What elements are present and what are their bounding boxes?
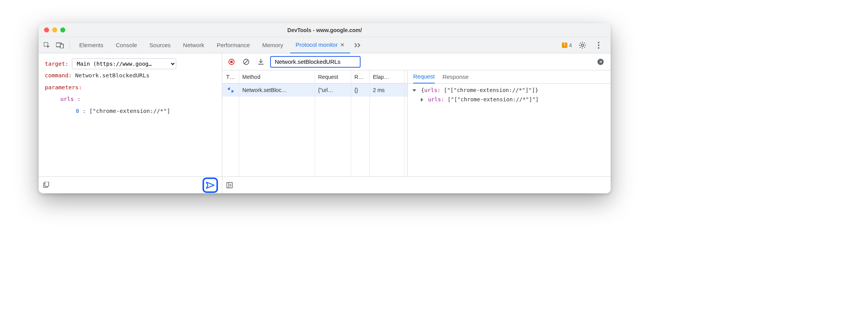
tab-console[interactable]: Console <box>111 37 143 53</box>
svg-rect-10 <box>230 61 233 63</box>
command-label: command: <box>45 72 72 78</box>
warning-count: 4 <box>569 42 572 48</box>
device-toolbar-icon[interactable] <box>54 39 66 51</box>
tab-elements[interactable]: Elements <box>74 37 109 53</box>
expand-right-icon[interactable] <box>421 98 423 102</box>
svg-rect-8 <box>45 182 49 186</box>
window-title: DevTools - www.google.com/ <box>39 27 611 33</box>
detail-body: {urls: ["["chrome-extension://*"]"]} url… <box>408 84 611 176</box>
monitor-panel: ✕ T… Method Request R… Elap… <box>222 53 611 193</box>
tab-performance[interactable]: Performance <box>211 37 255 53</box>
grid-body: Network.setBloc… {"url… {} 2 ms <box>222 84 407 176</box>
svg-rect-2 <box>60 44 63 48</box>
detail-val-2: ["["chrome-extension://*"]"] <box>448 96 539 102</box>
col-type[interactable]: T… <box>222 70 239 83</box>
svg-point-4 <box>598 42 599 43</box>
tab-network[interactable]: Network <box>178 37 210 53</box>
detail-tab-response[interactable]: Response <box>443 70 469 84</box>
table-row[interactable]: Network.setBloc… {"url… {} 2 ms <box>222 84 407 97</box>
param-value[interactable]: ["chrome-extension://*"] <box>89 108 170 114</box>
warning-badge[interactable]: 4 <box>562 42 572 48</box>
svg-point-5 <box>598 44 599 46</box>
param-key-urls: urls : <box>60 96 80 102</box>
target-label: target: <box>45 61 68 67</box>
clear-icon[interactable] <box>241 56 252 67</box>
monitor-body: T… Method Request R… Elap… Network.setBl… <box>222 70 611 176</box>
close-window-button[interactable] <box>44 27 49 32</box>
download-icon[interactable] <box>255 56 266 67</box>
warning-icon <box>562 43 567 48</box>
minimize-window-button[interactable] <box>52 27 57 32</box>
clear-filter-icon[interactable]: ✕ <box>597 59 604 65</box>
row-type-icon <box>222 84 239 97</box>
param-index: 0 : <box>76 108 86 114</box>
tab-protocol-monitor-label: Protocol monitor <box>296 41 338 48</box>
svg-point-6 <box>598 47 599 49</box>
col-elapsed[interactable]: Elap… <box>370 70 405 83</box>
monitor-footer <box>222 176 611 193</box>
filter-input-wrap: ✕ <box>270 56 607 68</box>
parameters-label: parameters: <box>45 84 82 90</box>
svg-line-12 <box>244 60 248 64</box>
detail-tab-request[interactable]: Request <box>413 70 435 84</box>
send-button[interactable] <box>203 177 218 193</box>
row-response: {} <box>351 84 370 97</box>
divider <box>70 41 70 49</box>
maximize-window-button[interactable] <box>60 27 65 32</box>
row-elapsed: 2 ms <box>370 84 405 97</box>
record-icon[interactable] <box>226 56 237 67</box>
main-body: target: Main (https://www.goog… command:… <box>39 53 611 193</box>
col-request[interactable]: Request <box>315 70 351 83</box>
col-method[interactable]: Method <box>239 70 315 83</box>
traffic-lights <box>39 27 65 32</box>
expand-down-icon[interactable] <box>412 89 416 92</box>
grid-header: T… Method Request R… Elap… <box>222 70 407 84</box>
close-tab-icon[interactable]: ✕ <box>340 42 345 48</box>
col-response[interactable]: R… <box>351 70 370 83</box>
devtools-window: DevTools - www.google.com/ Elements Cons… <box>39 23 611 193</box>
row-request: {"url… <box>315 84 351 97</box>
devtools-tabbar: Elements Console Sources Network Perform… <box>39 37 611 53</box>
grid-vlines <box>222 84 407 176</box>
target-select[interactable]: Main (https://www.goog… <box>72 58 176 69</box>
detail-pane: Request Response {urls: ["["chrome-exten… <box>408 70 611 176</box>
row-method: Network.setBloc… <box>239 84 315 97</box>
detail-tabs: Request Response <box>408 70 611 84</box>
inspect-element-icon[interactable] <box>41 39 53 51</box>
kebab-menu-icon[interactable] <box>593 39 604 51</box>
editor-footer <box>39 176 222 193</box>
detail-key-urls: urls: <box>424 87 441 93</box>
window-titlebar: DevTools - www.google.com/ <box>39 23 611 37</box>
more-tabs-icon[interactable] <box>352 39 363 51</box>
command-value[interactable]: Network.setBlockedURLs <box>75 72 150 78</box>
tab-sources[interactable]: Sources <box>144 37 176 53</box>
messages-grid: T… Method Request R… Elap… Network.setBl… <box>222 70 408 176</box>
filter-input[interactable] <box>270 56 361 68</box>
settings-icon[interactable] <box>577 39 588 51</box>
detail-key-urls-2: urls: <box>428 96 444 102</box>
tab-memory[interactable]: Memory <box>257 37 289 53</box>
detail-val-1: ["["chrome-extension://*"]"] <box>444 87 535 93</box>
editor-panel: target: Main (https://www.goog… command:… <box>39 53 222 193</box>
svg-point-3 <box>581 44 584 46</box>
filter-bar: ✕ <box>222 53 611 70</box>
tab-protocol-monitor[interactable]: Protocol monitor ✕ <box>290 37 350 53</box>
collapse-panel-icon[interactable] <box>226 182 233 189</box>
copy-icon[interactable] <box>43 182 49 189</box>
editor-content: target: Main (https://www.goog… command:… <box>39 53 222 176</box>
tabbar-right: 4 <box>562 39 608 51</box>
